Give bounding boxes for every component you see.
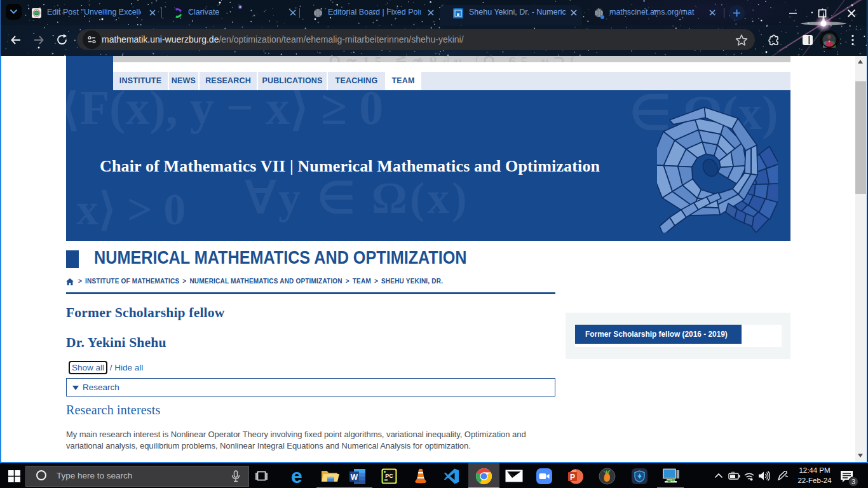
svg-text:PC: PC xyxy=(385,473,393,479)
svg-text:e: e xyxy=(291,467,302,486)
svg-text:P: P xyxy=(570,473,575,482)
svg-text:3: 3 xyxy=(851,478,855,485)
svg-text:W: W xyxy=(351,473,358,482)
